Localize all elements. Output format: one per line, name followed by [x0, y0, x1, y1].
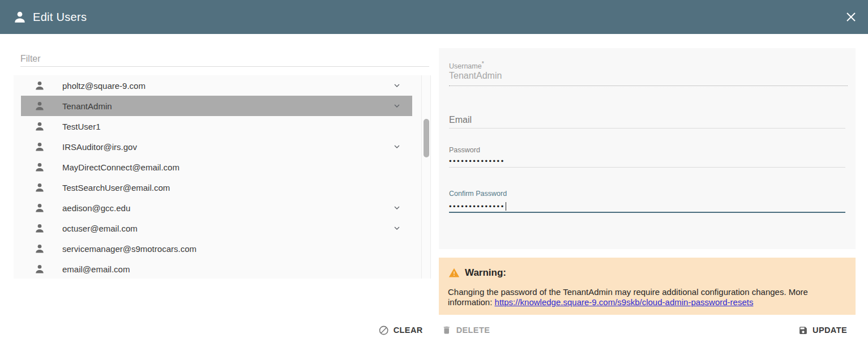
person-icon	[34, 223, 45, 234]
chevron-down-icon[interactable]	[392, 81, 401, 90]
user-list-item[interactable]: TenantAdmin	[21, 96, 412, 116]
user-list-item[interactable]: servicemanager@s9motrocars.com	[21, 238, 412, 259]
email-field[interactable]	[449, 112, 845, 129]
person-icon	[34, 80, 45, 91]
clear-button[interactable]: CLEAR	[378, 322, 423, 339]
username-underline	[449, 85, 848, 86]
save-icon	[798, 326, 808, 335]
knowledge-base-link[interactable]: https://knowledge.square-9.com/s9skb/clo…	[495, 297, 754, 307]
warning-text: Changing the password of the TenantAdmin…	[448, 287, 844, 307]
password-label: Password	[449, 146, 480, 154]
warning-banner: Warning: Changing the password of the Te…	[439, 258, 856, 315]
scrollbar-thumb[interactable]	[424, 119, 429, 157]
person-icon	[34, 100, 45, 112]
update-button[interactable]: UPDATE	[798, 322, 847, 339]
person-icon	[34, 161, 45, 173]
user-list-item[interactable]: TestUser1	[21, 116, 412, 136]
username-label: Username*	[449, 61, 484, 70]
filter-field	[20, 51, 429, 67]
user-name-label: servicemanager@s9motrocars.com	[62, 244, 196, 254]
person-icon	[34, 121, 45, 132]
user-name-label: MayDirectConnect@email.com	[62, 162, 179, 172]
block-icon	[378, 325, 389, 336]
required-asterisk: *	[482, 61, 484, 67]
user-list-item[interactable]: IRSAuditor@irs.gov	[21, 136, 412, 157]
filter-input[interactable]	[20, 51, 429, 67]
delete-button[interactable]: DELETE	[442, 322, 490, 339]
person-icon	[34, 263, 45, 275]
chevron-down-icon[interactable]	[392, 224, 401, 233]
user-name-label: pholtz@square-9.com	[62, 81, 146, 91]
user-form-panel: Username* TenantAdmin Password •••••••••…	[439, 48, 856, 249]
person-icon	[34, 141, 45, 152]
chevron-down-icon[interactable]	[392, 101, 401, 110]
user-name-label: aedison@gcc.edu	[62, 203, 130, 213]
user-icon	[12, 10, 27, 24]
person-icon	[34, 182, 45, 193]
person-icon	[34, 202, 45, 213]
confirm-password-label: Confirm Password	[449, 190, 507, 198]
user-name-label: IRSAuditor@irs.gov	[62, 142, 137, 152]
user-name-label: email@email.com	[62, 264, 130, 274]
chevron-down-icon[interactable]	[392, 203, 401, 212]
user-list-item[interactable]: aedison@gcc.edu	[21, 198, 412, 218]
user-name-label: TestSearchUser@email.com	[62, 183, 170, 193]
confirm-password-field[interactable]: ••••••••••••••	[449, 202, 845, 213]
trash-icon	[442, 325, 452, 335]
user-list-item[interactable]: email@email.com	[21, 259, 412, 279]
user-list-item[interactable]: MayDirectConnect@email.com	[21, 157, 412, 177]
password-field[interactable]: ••••••••••••••	[449, 157, 845, 168]
person-icon	[34, 243, 45, 254]
warning-title: Warning:	[465, 267, 506, 279]
user-list-item[interactable]: pholtz@square-9.com	[21, 75, 412, 96]
user-name-label: octuser@email.com	[62, 224, 138, 233]
close-icon[interactable]	[846, 12, 856, 22]
user-list-item[interactable]: TestSearchUser@email.com	[21, 177, 412, 198]
user-list: pholtz@square-9.com TenantAdmin TestUser…	[14, 75, 431, 279]
username-field: TenantAdmin	[449, 71, 845, 81]
warning-triangle-icon	[448, 267, 460, 279]
dialog-header: Edit Users	[0, 0, 868, 34]
scrollbar-track[interactable]	[421, 75, 431, 279]
action-bar: CLEAR DELETE UPDATE	[0, 322, 868, 339]
chevron-down-icon[interactable]	[392, 142, 401, 151]
user-list-item[interactable]: octuser@email.com	[21, 218, 412, 238]
dialog-title: Edit Users	[33, 11, 87, 24]
user-name-label: TenantAdmin	[62, 101, 112, 111]
user-name-label: TestUser1	[62, 122, 101, 131]
text-cursor	[506, 202, 506, 211]
